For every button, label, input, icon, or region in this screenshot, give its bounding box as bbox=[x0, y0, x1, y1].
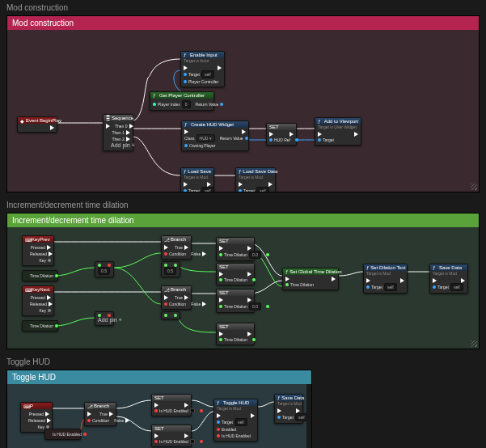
node-get-hud-enabled[interactable]: Is HUD Enabled bbox=[44, 429, 81, 440]
node-subtitle: Target is User Widget bbox=[315, 125, 361, 130]
node-add-to-viewport[interactable]: ƒAdd to Viewport Target is User Widget T… bbox=[315, 117, 361, 146]
node-set-td-2[interactable]: SET Time Dilation bbox=[216, 263, 255, 285]
node-title: ƒAdd to Viewport bbox=[315, 118, 361, 125]
function-icon: ƒ bbox=[318, 119, 323, 124]
value-input[interactable]: 0.0 bbox=[249, 251, 261, 259]
node-branch-top[interactable]: ⎇Branch True ConditionFalse bbox=[161, 235, 192, 260]
plus-icon: + bbox=[132, 142, 135, 149]
resize-grip[interactable] bbox=[471, 340, 477, 347]
node-title: ƒSave Data bbox=[275, 395, 302, 401]
node-key-prev[interactable]: ⌨KeyPrev Pressed Released Key bbox=[22, 235, 54, 266]
checkbox[interactable] bbox=[190, 408, 195, 413]
function-icon: ƒ bbox=[153, 93, 158, 98]
node-compare-2[interactable]: Add pin + bbox=[95, 311, 114, 326]
function-icon: ƒ bbox=[184, 53, 188, 57]
node-set-global-time-dilation[interactable]: ƒSet Global Time Dilation Time Dilation bbox=[282, 268, 339, 290]
checkbox[interactable] bbox=[190, 439, 195, 444]
node-title: ƒLoad Save bbox=[181, 168, 213, 175]
event-icon: ◆ bbox=[20, 118, 24, 123]
node-load-save[interactable]: ƒLoad Save Target is Mod Target self bbox=[180, 167, 214, 192]
sequence-icon: ≣ bbox=[106, 116, 110, 120]
node-branch-bottom[interactable]: ⎇Branch True ConditionFalse bbox=[161, 285, 192, 310]
node-title: ƒSet Dilation Text bbox=[364, 264, 407, 271]
node-title: ƒGet Player Controller bbox=[150, 92, 213, 99]
function-icon: ƒ bbox=[433, 265, 437, 270]
add-pin-button[interactable]: Add pin + bbox=[111, 142, 135, 149]
node-mult-top[interactable]: 0.5 bbox=[161, 261, 180, 277]
node-subtitle: Target is Mod bbox=[364, 271, 407, 277]
player-index-value[interactable]: 0 bbox=[182, 100, 191, 108]
node-toggle-hud[interactable]: ƒToggle HUD Target is Mod Target self En… bbox=[213, 399, 258, 442]
node-get-time-dilation-2[interactable]: Time Dilation bbox=[22, 320, 58, 332]
node-title: ƒSet Global Time Dilation bbox=[283, 268, 338, 275]
branch-icon: ⎇ bbox=[87, 404, 92, 408]
node-set-td-3[interactable]: SET Time Dilation 0.0 bbox=[216, 289, 255, 313]
node-title: ƒEnable Input bbox=[181, 52, 224, 58]
node-subtitle: Target is Actor bbox=[181, 58, 224, 64]
node-title: SET bbox=[152, 425, 191, 432]
page-root: Mod construction Mod construction ◆Event… bbox=[0, 0, 486, 448]
node-title: ≣Sequence bbox=[104, 115, 133, 121]
graph-panel-time-dilation[interactable]: Increment/decrement time dilation bbox=[6, 213, 480, 349]
node-title: SET bbox=[217, 323, 254, 330]
value-input[interactable]: 0.0 bbox=[249, 302, 261, 311]
function-icon: ƒ bbox=[239, 169, 241, 174]
node-set-td-1[interactable]: SET Time Dilation 0.0 bbox=[216, 237, 255, 261]
graph-panel-toggle-hud[interactable]: Toggle HUD ⌨P Pressed Released Key bbox=[6, 370, 312, 448]
function-icon: ƒ bbox=[184, 169, 186, 174]
add-pin-button[interactable]: Add pin + bbox=[98, 317, 122, 323]
node-event-beginplay[interactable]: ◆Event BeginPlay bbox=[17, 116, 57, 133]
value-input[interactable]: 0.5 bbox=[98, 267, 110, 275]
node-branch[interactable]: ⎇Branch True ConditionFalse bbox=[84, 402, 116, 426]
node-set-hud-enabled-1[interactable]: SET Is HUD Enabled bbox=[151, 394, 192, 416]
node-save-data-hud[interactable]: ƒSave Data Target is Mod Target self bbox=[274, 394, 303, 424]
node-subtitle: Target is Mod bbox=[275, 401, 302, 407]
resize-grip[interactable] bbox=[471, 184, 477, 190]
key-icon: ⌨ bbox=[25, 237, 30, 242]
node-subtitle: Target is Mod bbox=[430, 271, 467, 277]
node-title: ⌨P bbox=[21, 403, 52, 409]
node-title: SET bbox=[217, 238, 254, 244]
node-subtitle: Target is Mod bbox=[236, 175, 275, 180]
graph-body-time-dilation[interactable]: ⌨KeyPrev Pressed Released Key Time Dilat… bbox=[7, 227, 479, 349]
node-get-player-controller[interactable]: ƒGet Player Controller Player Index 0 Re… bbox=[150, 91, 214, 111]
graph-header-toggle-hud[interactable]: Toggle HUD bbox=[7, 370, 311, 384]
node-set-hudref[interactable]: SET HUD Ref bbox=[266, 123, 297, 146]
node-create-hud-widget[interactable]: ƒCreate HUD Widget Class HUD ▾Return Val… bbox=[181, 120, 249, 151]
node-key-next[interactable]: ⌨KeyNext Pressed Released Key bbox=[22, 285, 54, 316]
node-sequence[interactable]: ≣Sequence Then 0 Then 1 Then 2 Add pin + bbox=[103, 114, 133, 151]
node-title: SET bbox=[217, 290, 254, 296]
node-title: ƒCreate HUD Widget bbox=[182, 121, 248, 128]
node-mult-bottom[interactable] bbox=[161, 311, 180, 319]
node-title: ⌨KeyPrev bbox=[23, 236, 53, 243]
node-compare-1[interactable]: 0.5 bbox=[95, 261, 114, 277]
section-label-mod-construction: Mod construction bbox=[0, 0, 486, 15]
node-set-dilation-text[interactable]: ƒSet Dilation Text Target is Mod Target … bbox=[363, 264, 408, 294]
node-set-td-4[interactable]: SET Time Dilation bbox=[216, 323, 255, 345]
node-title: ⎇Branch bbox=[162, 236, 191, 243]
node-subtitle: Target is Mod bbox=[214, 406, 257, 412]
graph-panel-mod-construction[interactable]: Mod construction ◆Event BeginPlay bbox=[6, 15, 480, 192]
node-load-save-data[interactable]: ƒLoad Save Data Target is Mod Target sel… bbox=[235, 167, 276, 192]
graph-body-mod-construction[interactable]: ◆Event BeginPlay ≣Sequence Then 0 Then 1… bbox=[7, 30, 479, 192]
node-title: ⎇Branch bbox=[85, 403, 116, 409]
graph-header-mod-construction[interactable]: Mod construction bbox=[7, 16, 479, 30]
class-select[interactable]: HUD ▾ bbox=[197, 134, 215, 142]
key-icon: ⌨ bbox=[23, 404, 28, 408]
node-save-data[interactable]: ƒSave Data Target is Mod Target self bbox=[429, 264, 468, 294]
self-value[interactable]: self bbox=[201, 70, 214, 78]
plus-icon: + bbox=[119, 317, 122, 323]
value-input[interactable]: 0.5 bbox=[164, 267, 176, 275]
node-enable-input[interactable]: ƒEnable Input Target is Actor Target sel… bbox=[180, 51, 225, 87]
graph-header-time-dilation[interactable]: Increment/decrement time dilation bbox=[7, 213, 479, 227]
function-icon: ƒ bbox=[366, 265, 369, 270]
branch-icon: ⎇ bbox=[164, 237, 169, 242]
node-subtitle: Target is Mod bbox=[181, 175, 213, 180]
node-title: ƒLoad Save Data bbox=[236, 168, 275, 175]
node-title: ƒToggle HUD bbox=[214, 399, 257, 406]
graph-body-toggle-hud[interactable]: ⌨P Pressed Released Key Is HUD Enabled ⎇… bbox=[7, 384, 306, 448]
node-set-hud-enabled-2[interactable]: SET Is HUD Enabled bbox=[151, 425, 192, 447]
function-icon: ƒ bbox=[184, 122, 189, 127]
node-get-time-dilation-1[interactable]: Time Dilation bbox=[22, 270, 58, 281]
node-title: SET bbox=[217, 264, 254, 270]
